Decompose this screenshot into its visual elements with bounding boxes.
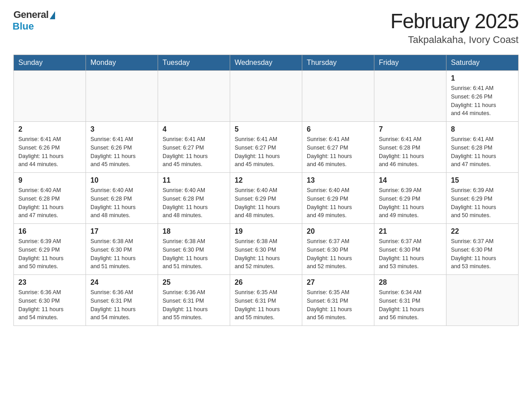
calendar-week-row: 9Sunrise: 6:40 AMSunset: 6:28 PMDaylight… [14,173,519,224]
calendar-cell: 2Sunrise: 6:41 AMSunset: 6:26 PMDaylight… [14,122,86,173]
day-number: 2 [18,125,81,133]
day-info: Sunrise: 6:38 AMSunset: 6:30 PMDaylight:… [235,237,297,271]
day-number: 28 [379,278,442,287]
day-number: 3 [90,125,153,133]
calendar-cell: 15Sunrise: 6:39 AMSunset: 6:29 PMDayligh… [446,173,519,224]
day-info: Sunrise: 6:38 AMSunset: 6:30 PMDaylight:… [90,237,153,271]
calendar-cell: 21Sunrise: 6:37 AMSunset: 6:30 PMDayligh… [374,224,446,275]
day-info: Sunrise: 6:36 AMSunset: 6:30 PMDaylight:… [18,288,81,322]
page-header: General Blue February 2025 Takpalakaha, … [13,9,519,46]
month-title: February 2025 [390,9,519,33]
day-info: Sunrise: 6:36 AMSunset: 6:31 PMDaylight:… [163,288,225,322]
calendar-cell [374,71,446,122]
day-info: Sunrise: 6:35 AMSunset: 6:31 PMDaylight:… [307,288,369,322]
day-number: 12 [235,176,297,184]
calendar-cell: 19Sunrise: 6:38 AMSunset: 6:30 PMDayligh… [230,224,302,275]
calendar-cell: 8Sunrise: 6:41 AMSunset: 6:28 PMDaylight… [446,122,519,173]
day-number: 16 [18,227,81,235]
weekday-header: Thursday [302,55,374,71]
calendar-week-row: 16Sunrise: 6:39 AMSunset: 6:29 PMDayligh… [14,224,519,275]
day-number: 22 [451,227,514,235]
weekday-header: Monday [86,55,158,71]
day-info: Sunrise: 6:36 AMSunset: 6:31 PMDaylight:… [90,288,153,322]
calendar-cell [86,71,158,122]
day-number: 20 [307,227,369,235]
day-number: 24 [90,278,153,287]
day-info: Sunrise: 6:41 AMSunset: 6:28 PMDaylight:… [451,135,514,169]
day-number: 5 [235,125,297,133]
calendar-cell: 1Sunrise: 6:41 AMSunset: 6:26 PMDaylight… [446,71,519,122]
calendar-cell: 14Sunrise: 6:39 AMSunset: 6:29 PMDayligh… [374,173,446,224]
calendar-cell: 10Sunrise: 6:40 AMSunset: 6:28 PMDayligh… [86,173,158,224]
logo-general-text: General [13,9,48,21]
day-info: Sunrise: 6:41 AMSunset: 6:28 PMDaylight:… [379,135,442,169]
day-number: 21 [379,227,442,235]
day-info: Sunrise: 6:34 AMSunset: 6:31 PMDaylight:… [379,288,442,322]
calendar-cell: 20Sunrise: 6:37 AMSunset: 6:30 PMDayligh… [302,224,374,275]
day-info: Sunrise: 6:37 AMSunset: 6:30 PMDaylight:… [451,237,514,271]
calendar-cell: 4Sunrise: 6:41 AMSunset: 6:27 PMDaylight… [158,122,230,173]
day-number: 25 [163,278,225,287]
calendar-cell: 27Sunrise: 6:35 AMSunset: 6:31 PMDayligh… [302,275,374,326]
day-number: 26 [235,278,297,287]
day-number: 13 [307,176,369,184]
calendar-cell [14,71,86,122]
calendar-cell [446,275,519,326]
weekday-header: Sunday [14,55,86,71]
day-number: 23 [18,278,81,287]
calendar-cell: 22Sunrise: 6:37 AMSunset: 6:30 PMDayligh… [446,224,519,275]
calendar-cell [230,71,302,122]
calendar-week-row: 2Sunrise: 6:41 AMSunset: 6:26 PMDaylight… [14,122,519,173]
day-number: 6 [307,125,369,133]
day-number: 8 [451,125,514,133]
day-number: 9 [18,176,81,184]
calendar-cell: 28Sunrise: 6:34 AMSunset: 6:31 PMDayligh… [374,275,446,326]
day-number: 14 [379,176,442,184]
logo-blue-text: Blue [13,21,34,32]
day-info: Sunrise: 6:39 AMSunset: 6:29 PMDaylight:… [451,186,514,220]
day-number: 4 [163,125,225,133]
day-info: Sunrise: 6:41 AMSunset: 6:27 PMDaylight:… [163,135,225,169]
day-number: 19 [235,227,297,235]
day-number: 10 [90,176,153,184]
weekday-header: Wednesday [230,55,302,71]
day-info: Sunrise: 6:41 AMSunset: 6:27 PMDaylight:… [307,135,369,169]
location-title: Takpalakaha, Ivory Coast [390,34,519,46]
calendar-header-row: SundayMondayTuesdayWednesdayThursdayFrid… [14,55,519,71]
day-info: Sunrise: 6:41 AMSunset: 6:26 PMDaylight:… [90,135,153,169]
logo: General Blue [13,9,55,32]
day-info: Sunrise: 6:39 AMSunset: 6:29 PMDaylight:… [379,186,442,220]
calendar-week-row: 1Sunrise: 6:41 AMSunset: 6:26 PMDaylight… [14,71,519,122]
weekday-header: Tuesday [158,55,230,71]
day-number: 27 [307,278,369,287]
day-number: 7 [379,125,442,133]
calendar-cell: 18Sunrise: 6:38 AMSunset: 6:30 PMDayligh… [158,224,230,275]
calendar-cell: 3Sunrise: 6:41 AMSunset: 6:26 PMDaylight… [86,122,158,173]
day-info: Sunrise: 6:35 AMSunset: 6:31 PMDaylight:… [235,288,297,322]
day-info: Sunrise: 6:37 AMSunset: 6:30 PMDaylight:… [379,237,442,271]
calendar-cell: 7Sunrise: 6:41 AMSunset: 6:28 PMDaylight… [374,122,446,173]
calendar-cell: 16Sunrise: 6:39 AMSunset: 6:29 PMDayligh… [14,224,86,275]
calendar-cell: 17Sunrise: 6:38 AMSunset: 6:30 PMDayligh… [86,224,158,275]
day-info: Sunrise: 6:40 AMSunset: 6:28 PMDaylight:… [18,186,81,220]
day-number: 18 [163,227,225,235]
calendar-cell: 24Sunrise: 6:36 AMSunset: 6:31 PMDayligh… [86,275,158,326]
day-number: 17 [90,227,153,235]
calendar-cell [158,71,230,122]
day-number: 1 [451,74,514,82]
title-section: February 2025 Takpalakaha, Ivory Coast [390,9,519,46]
day-info: Sunrise: 6:41 AMSunset: 6:26 PMDaylight:… [18,135,81,169]
day-info: Sunrise: 6:41 AMSunset: 6:27 PMDaylight:… [235,135,297,169]
calendar-cell: 11Sunrise: 6:40 AMSunset: 6:28 PMDayligh… [158,173,230,224]
day-info: Sunrise: 6:40 AMSunset: 6:29 PMDaylight:… [235,186,297,220]
calendar-cell: 13Sunrise: 6:40 AMSunset: 6:29 PMDayligh… [302,173,374,224]
day-info: Sunrise: 6:39 AMSunset: 6:29 PMDaylight:… [18,237,81,271]
calendar-cell: 23Sunrise: 6:36 AMSunset: 6:30 PMDayligh… [14,275,86,326]
calendar-cell: 12Sunrise: 6:40 AMSunset: 6:29 PMDayligh… [230,173,302,224]
day-info: Sunrise: 6:38 AMSunset: 6:30 PMDaylight:… [163,237,225,271]
calendar-cell: 25Sunrise: 6:36 AMSunset: 6:31 PMDayligh… [158,275,230,326]
calendar-cell: 9Sunrise: 6:40 AMSunset: 6:28 PMDaylight… [14,173,86,224]
calendar-table: SundayMondayTuesdayWednesdayThursdayFrid… [13,55,519,326]
weekday-header: Saturday [446,55,519,71]
weekday-header: Friday [374,55,446,71]
